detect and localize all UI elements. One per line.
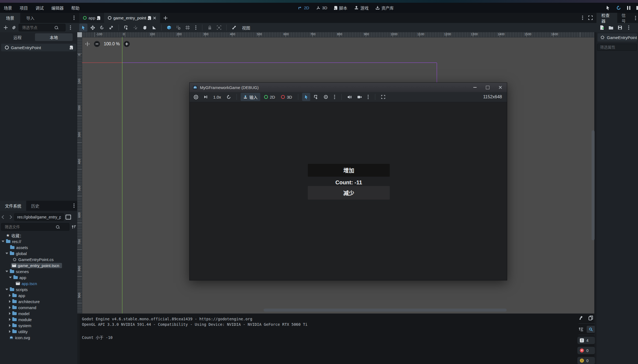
menu-scene[interactable]: 场景 bbox=[4, 5, 12, 11]
scene-tab-list-icon[interactable] bbox=[579, 14, 586, 21]
list-select-button[interactable] bbox=[122, 23, 130, 32]
skeleton-options-button[interactable] bbox=[230, 23, 238, 32]
tree-row-model[interactable]: model bbox=[0, 310, 77, 316]
fullscreen-button[interactable] bbox=[379, 93, 387, 101]
inspector-menu-icon[interactable] bbox=[627, 23, 631, 32]
grid-toggle-button[interactable] bbox=[184, 23, 192, 32]
tree-row-scripts[interactable]: scripts bbox=[0, 286, 77, 292]
snap-options-menu-icon[interactable] bbox=[193, 23, 199, 32]
menu-project[interactable]: 项目 bbox=[20, 5, 28, 11]
tree-row-game-entry-point-tscn[interactable]: game_entry_point.tscn bbox=[0, 262, 77, 268]
tab-signals[interactable]: 信号 bbox=[617, 13, 633, 23]
game-window[interactable]: MyGFrameworkGame (DEBUG) 1.0x bbox=[189, 82, 507, 280]
scene-tab-game-entry-point[interactable]: game_entry_point bbox=[104, 13, 160, 23]
warnings-filter-badge[interactable]: ! 0 bbox=[577, 357, 595, 364]
group-button[interactable] bbox=[215, 23, 223, 32]
save-resource-icon[interactable] bbox=[618, 25, 622, 30]
restart-scene-button[interactable] bbox=[225, 93, 233, 101]
input-mode-button[interactable]: 输入 bbox=[241, 93, 260, 101]
speed-multiplier-button[interactable]: 1.0x bbox=[211, 93, 223, 101]
collapse-icon[interactable] bbox=[5, 289, 8, 290]
remote-button[interactable]: 远程 bbox=[0, 33, 35, 41]
filter-nodes-field[interactable] bbox=[22, 25, 53, 30]
tree-row-favorites[interactable]: ★ 收藏： bbox=[0, 232, 77, 238]
path-field[interactable] bbox=[14, 213, 64, 221]
workspace-script[interactable]: 脚本 bbox=[334, 5, 347, 11]
tree-row-global[interactable]: global bbox=[0, 250, 77, 256]
collapse-log-icon[interactable] bbox=[578, 327, 583, 332]
add-node-button[interactable] bbox=[2, 24, 9, 31]
workspace-2d[interactable]: 2D bbox=[298, 5, 309, 10]
instance-scene-icon[interactable] bbox=[11, 25, 16, 30]
expand-icon[interactable] bbox=[9, 324, 11, 327]
move-tool-button[interactable] bbox=[88, 23, 97, 32]
scene-tab-app[interactable]: app bbox=[79, 13, 104, 23]
filter-files-input[interactable] bbox=[1, 223, 69, 231]
attached-script-icon[interactable] bbox=[70, 46, 73, 49]
messages-filter-badge[interactable]: ! 4 bbox=[577, 337, 595, 344]
errors-filter-badge[interactable]: ✕ 0 bbox=[577, 347, 595, 354]
tree-row-utility[interactable]: utility bbox=[0, 329, 77, 335]
game-list-select-button[interactable] bbox=[312, 93, 320, 101]
distraction-free-icon[interactable] bbox=[588, 15, 593, 20]
tree-row-scenes[interactable]: scenes bbox=[0, 268, 77, 274]
expand-icon[interactable] bbox=[9, 306, 11, 309]
collapse-icon[interactable] bbox=[9, 277, 12, 278]
tree-row-app-tscn[interactable]: app.tscn bbox=[0, 280, 77, 286]
scene-root-node-row[interactable]: GameEntryPoint bbox=[1, 44, 76, 51]
tree-row-scripts-app[interactable]: app bbox=[0, 292, 77, 298]
next-frame-button[interactable] bbox=[202, 93, 210, 101]
load-resource-icon[interactable] bbox=[609, 26, 613, 30]
collapse-icon[interactable] bbox=[5, 253, 8, 254]
tree-row-assets[interactable]: assets bbox=[0, 244, 77, 250]
sort-files-icon[interactable] bbox=[72, 225, 76, 229]
game-options-menu-icon[interactable] bbox=[332, 93, 338, 101]
scale-tool-button[interactable] bbox=[107, 23, 115, 32]
menu-editor[interactable]: 编辑器 bbox=[51, 5, 64, 11]
stop-game-icon-partial[interactable] bbox=[636, 6, 638, 10]
pan-tool-button[interactable] bbox=[141, 23, 149, 32]
new-resource-icon[interactable] bbox=[600, 25, 604, 30]
filter-nodes-input[interactable] bbox=[19, 24, 66, 31]
lock-button[interactable] bbox=[206, 23, 214, 32]
grid-snap-button[interactable] bbox=[174, 23, 182, 32]
game-select-tool-button[interactable] bbox=[302, 93, 310, 101]
local-button[interactable]: 本地 bbox=[35, 33, 73, 41]
select-tool-button[interactable] bbox=[79, 23, 87, 32]
tab-inspector[interactable]: 检查器 bbox=[596, 13, 617, 23]
debug-2d-button[interactable]: 2D bbox=[262, 93, 277, 101]
maximize-icon[interactable] bbox=[486, 86, 489, 89]
menu-help[interactable]: 帮助 bbox=[71, 5, 79, 11]
tree-row-architecture[interactable]: architecture bbox=[0, 298, 77, 304]
minimize-icon[interactable] bbox=[473, 87, 477, 88]
copy-output-icon[interactable] bbox=[589, 316, 593, 320]
inspector-dock-menu-icon[interactable] bbox=[633, 13, 638, 23]
viewport-vscrollbar[interactable] bbox=[592, 130, 595, 240]
tree-row-res[interactable]: res:// bbox=[0, 238, 77, 244]
pause-game-icon[interactable] bbox=[627, 6, 630, 10]
tab-history[interactable]: 历史 bbox=[26, 201, 44, 211]
tab-import-dock[interactable]: 导入 bbox=[20, 13, 40, 23]
collapse-icon[interactable] bbox=[5, 271, 8, 272]
pause-game-button[interactable] bbox=[192, 93, 200, 101]
center-view-icon[interactable] bbox=[85, 41, 90, 47]
movie-capture-button[interactable] bbox=[355, 93, 364, 101]
dock-menu-icon[interactable] bbox=[70, 14, 78, 21]
position-select-button[interactable] bbox=[131, 23, 140, 32]
tree-row-scenes-app[interactable]: app bbox=[0, 274, 77, 280]
inspector-node-row[interactable]: GameEntryPoint. bbox=[598, 33, 637, 42]
game-window-titlebar[interactable]: MyGFrameworkGame (DEBUG) bbox=[190, 83, 507, 92]
close-window-icon[interactable] bbox=[498, 85, 502, 89]
decrease-button[interactable]: 减少 bbox=[308, 186, 390, 200]
expand-icon[interactable] bbox=[9, 294, 11, 297]
embed-cursor-icon[interactable] bbox=[606, 5, 610, 10]
tree-row-system[interactable]: system bbox=[0, 322, 77, 329]
workspace-game[interactable]: 游戏 bbox=[354, 5, 368, 11]
filesystem-dock-menu-icon[interactable] bbox=[70, 202, 78, 209]
expand-icon[interactable] bbox=[9, 318, 11, 321]
scene-tree-menu-icon[interactable] bbox=[68, 24, 73, 31]
restart-game-icon[interactable] bbox=[616, 5, 621, 10]
scene-script-icon[interactable] bbox=[97, 16, 100, 20]
nav-back-button[interactable] bbox=[1, 214, 6, 221]
filter-properties-field[interactable] bbox=[597, 44, 637, 51]
